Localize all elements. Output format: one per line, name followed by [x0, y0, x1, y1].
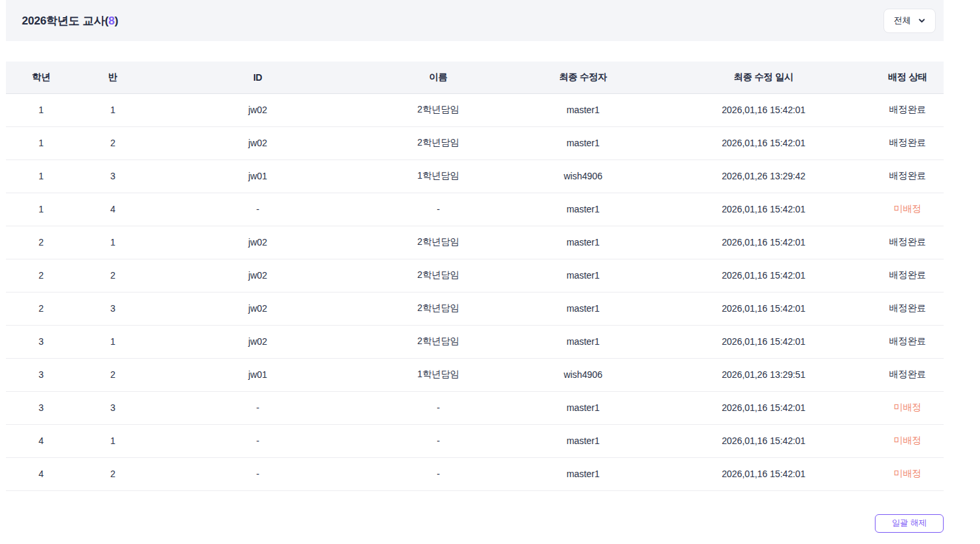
table-row: 3 3 - - master1 2026,01,16 15:42:01 미배정 [6, 391, 944, 424]
cell-class: 3 [76, 159, 149, 193]
page-title: 2026학년도 교사(8) [22, 13, 118, 28]
page-title-text: 2026학년도 교사( [22, 15, 108, 27]
cell-status: 배정완료 [872, 226, 944, 259]
cell-class: 2 [76, 457, 149, 490]
teachers-table-wrap: 학년 반 ID 이름 최종 수정자 최종 수정 일시 배정 상태 1 1 jw0… [6, 62, 944, 491]
cell-grade: 4 [6, 457, 76, 490]
cell-modifier: master1 [510, 126, 656, 159]
table-row: 1 3 jw01 1학년담임 wish4906 2026,01,26 13:29… [6, 159, 944, 193]
cell-modified: 2026,01,16 15:42:01 [656, 424, 872, 457]
cell-modifier: master1 [510, 457, 656, 490]
cell-name: - [366, 193, 510, 226]
title-bar: 2026학년도 교사(8) 전체 [6, 0, 944, 41]
page-title-suffix: ) [114, 15, 118, 27]
cell-status: 배정완료 [872, 159, 944, 193]
cell-id: - [149, 424, 366, 457]
cell-grade: 3 [6, 391, 76, 424]
cell-status: 미배정 [872, 193, 944, 226]
table-row: 2 2 jw02 2학년담임 master1 2026,01,16 15:42:… [6, 259, 944, 292]
column-header-modifier: 최종 수정자 [510, 62, 656, 93]
teacher-count: 8 [108, 15, 114, 27]
cell-status: 배정완료 [872, 292, 944, 325]
cell-id: jw02 [149, 259, 366, 292]
cell-name: 1학년담임 [366, 358, 510, 391]
cell-name: - [366, 391, 510, 424]
cell-modifier: wish4906 [510, 159, 656, 193]
cell-class: 2 [76, 358, 149, 391]
cell-id: jw02 [149, 292, 366, 325]
cell-id: - [149, 193, 366, 226]
cell-modifier: master1 [510, 424, 656, 457]
cell-modified: 2026,01,16 15:42:01 [656, 259, 872, 292]
bulk-release-button[interactable]: 일괄 해제 [875, 514, 944, 533]
table-body: 1 1 jw02 2학년담임 master1 2026,01,16 15:42:… [6, 93, 944, 490]
table-header-row: 학년 반 ID 이름 최종 수정자 최종 수정 일시 배정 상태 [6, 62, 944, 93]
page-container: 2026학년도 교사(8) 전체 학년 반 ID 이름 최종 수정자 [6, 0, 944, 533]
cell-id: jw01 [149, 159, 366, 193]
cell-class: 4 [76, 193, 149, 226]
cell-class: 3 [76, 391, 149, 424]
table-row: 1 2 jw02 2학년담임 master1 2026,01,16 15:42:… [6, 126, 944, 159]
cell-modifier: master1 [510, 93, 656, 126]
cell-class: 1 [76, 93, 149, 126]
cell-modified: 2026,01,16 15:42:01 [656, 292, 872, 325]
cell-modified: 2026,01,16 15:42:01 [656, 325, 872, 358]
cell-modifier: wish4906 [510, 358, 656, 391]
cell-name: 1학년담임 [366, 159, 510, 193]
cell-modified: 2026,01,16 15:42:01 [656, 391, 872, 424]
table-row: 4 1 - - master1 2026,01,16 15:42:01 미배정 [6, 424, 944, 457]
cell-class: 2 [76, 259, 149, 292]
cell-modified: 2026,01,16 15:42:01 [656, 93, 872, 126]
cell-id: jw02 [149, 226, 366, 259]
cell-grade: 1 [6, 193, 76, 226]
table-footer: 일괄 해제 [6, 514, 944, 533]
table-row: 1 4 - - master1 2026,01,16 15:42:01 미배정 [6, 193, 944, 226]
cell-grade: 3 [6, 358, 76, 391]
cell-class: 1 [76, 226, 149, 259]
column-header-id: ID [149, 62, 366, 93]
cell-status: 배정완료 [872, 259, 944, 292]
cell-class: 3 [76, 292, 149, 325]
cell-name: 2학년담임 [366, 325, 510, 358]
cell-status: 배정완료 [872, 358, 944, 391]
cell-grade: 1 [6, 126, 76, 159]
column-header-class: 반 [76, 62, 149, 93]
cell-modified: 2026,01,16 15:42:01 [656, 126, 872, 159]
table-row: 2 1 jw02 2학년담임 master1 2026,01,16 15:42:… [6, 226, 944, 259]
cell-grade: 1 [6, 93, 76, 126]
cell-modified: 2026,01,26 13:29:42 [656, 159, 872, 193]
table-row: 3 2 jw01 1학년담임 wish4906 2026,01,26 13:29… [6, 358, 944, 391]
table-row: 3 1 jw02 2학년담임 master1 2026,01,16 15:42:… [6, 325, 944, 358]
cell-grade: 3 [6, 325, 76, 358]
cell-modifier: master1 [510, 325, 656, 358]
cell-modifier: master1 [510, 391, 656, 424]
cell-modified: 2026,01,16 15:42:01 [656, 193, 872, 226]
column-header-name: 이름 [366, 62, 510, 93]
cell-name: 2학년담임 [366, 93, 510, 126]
cell-status: 미배정 [872, 457, 944, 490]
cell-status: 배정완료 [872, 126, 944, 159]
column-header-modified: 최종 수정 일시 [656, 62, 872, 93]
cell-status: 미배정 [872, 391, 944, 424]
table-row: 2 3 jw02 2학년담임 master1 2026,01,16 15:42:… [6, 292, 944, 325]
cell-name: - [366, 424, 510, 457]
column-header-grade: 학년 [6, 62, 76, 93]
table-row: 4 2 - - master1 2026,01,16 15:42:01 미배정 [6, 457, 944, 490]
scope-filter-dropdown[interactable]: 전체 [883, 9, 936, 33]
column-header-status: 배정 상태 [872, 62, 944, 93]
cell-name: 2학년담임 [366, 292, 510, 325]
cell-modified: 2026,01,26 13:29:51 [656, 358, 872, 391]
cell-id: - [149, 457, 366, 490]
cell-modifier: master1 [510, 193, 656, 226]
cell-grade: 2 [6, 292, 76, 325]
cell-modifier: master1 [510, 292, 656, 325]
cell-id: - [149, 391, 366, 424]
cell-id: jw02 [149, 126, 366, 159]
cell-modifier: master1 [510, 226, 656, 259]
cell-grade: 4 [6, 424, 76, 457]
cell-name: - [366, 457, 510, 490]
cell-grade: 2 [6, 259, 76, 292]
cell-class: 1 [76, 424, 149, 457]
cell-modified: 2026,01,16 15:42:01 [656, 226, 872, 259]
chevron-down-icon [918, 17, 926, 24]
